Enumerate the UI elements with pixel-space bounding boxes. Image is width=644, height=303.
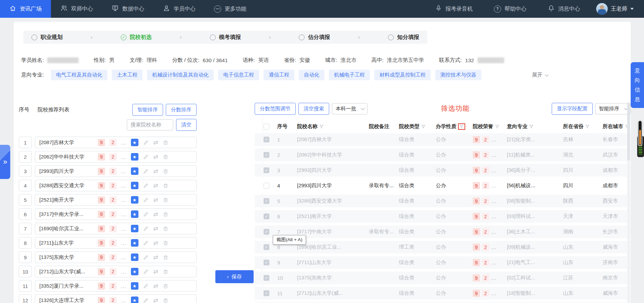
row-checkbox[interactable] <box>264 183 269 189</box>
star-button[interactable]: ★ <box>131 239 138 247</box>
intent-info-side-tab[interactable]: 意向信息 <box>631 62 644 108</box>
filter-icon[interactable] <box>585 124 590 129</box>
swap-icon[interactable]: ⇄ <box>153 168 158 175</box>
expand-link[interactable]: 展开 <box>532 71 548 79</box>
school-list-item[interactable]: [3288]西安交通大学 9 2 ... ★ ⇄ <box>35 180 197 191</box>
star-button[interactable]: ★ <box>131 253 138 261</box>
delete-icon[interactable] <box>163 240 169 246</box>
star-button[interactable]: ★ <box>131 196 138 204</box>
filter-icon[interactable] <box>495 124 499 129</box>
filter-icon[interactable] <box>421 124 426 129</box>
user-menu[interactable]: 王老师 <box>592 3 638 15</box>
more-ellipsis[interactable]: ... <box>121 226 126 232</box>
star-button[interactable]: ★ <box>131 167 138 175</box>
table-row[interactable]: 5 [3288]西安交通大学 综合类 公办 92... [08]智能制... 陕… <box>255 195 631 207</box>
table-row[interactable]: 6 [2521]南开大学 综合类 公办 92... [03]理科试... 天津 … <box>255 210 631 223</box>
score-sort-button[interactable]: 分数排序 <box>166 104 197 116</box>
star-button[interactable]: ★ <box>131 282 138 290</box>
table-row[interactable]: 1 [2087]吉林大学 综合类 公办 92... [21]化学类... 吉林 … <box>255 133 631 146</box>
clear-search-button[interactable]: 清空搜索 <box>298 103 329 115</box>
more-ellipsis[interactable]: ... <box>121 211 126 217</box>
save-button[interactable]: ‹ 保存 <box>215 270 254 283</box>
delete-icon[interactable] <box>163 182 169 189</box>
swap-icon[interactable]: ⇄ <box>153 196 158 204</box>
more-ellipsis[interactable]: ... <box>121 283 126 289</box>
delete-icon[interactable] <box>163 211 169 217</box>
more-ellipsis[interactable]: ... <box>491 137 497 142</box>
edit-icon[interactable] <box>143 182 149 189</box>
more-ellipsis[interactable]: ... <box>121 269 126 275</box>
row-checkbox[interactable] <box>264 214 269 219</box>
more-ellipsis[interactable]: ... <box>491 214 497 219</box>
edit-icon[interactable] <box>143 297 149 303</box>
row-checkbox[interactable] <box>264 229 269 235</box>
table-scrollbar[interactable] <box>627 102 630 303</box>
table-row[interactable]: 4 [2993]四川大学 录取有专... 综合类 公办 92... [56]机械… <box>255 179 631 192</box>
stepper-step[interactable]: 知分填报 <box>388 34 419 41</box>
edit-icon[interactable] <box>143 268 149 275</box>
more-ellipsis[interactable]: ... <box>491 260 497 265</box>
school-list-item[interactable]: [1375]东南大学 9 2 ... ★ ⇄ <box>35 251 197 263</box>
row-checkbox[interactable] <box>264 244 269 250</box>
row-checkbox[interactable] <box>264 167 269 173</box>
table-row[interactable]: 10 [1375]东南大学 综合类 公办 92... [02]工科试... 江苏… <box>255 272 631 284</box>
school-search-select[interactable]: 搜索院校名称 <box>127 119 173 130</box>
expand-panel-button[interactable]: » <box>0 145 10 179</box>
swap-icon[interactable]: ⇄ <box>153 283 158 290</box>
school-list-item[interactable]: [3717]中南大学录... 9 2 ... ★ ⇄ <box>35 208 197 220</box>
filter-icon[interactable] <box>319 124 324 129</box>
row-checkbox[interactable] <box>264 290 269 296</box>
star-button[interactable]: ★ <box>131 182 138 189</box>
row-checkbox[interactable] <box>264 275 269 281</box>
more-ellipsis[interactable]: ... <box>491 244 497 250</box>
field-config-button[interactable]: 显示字段配置 <box>552 103 593 115</box>
nav-item-more-features[interactable]: ⋯ 更多功能 <box>205 0 256 18</box>
row-checkbox[interactable] <box>264 198 269 204</box>
swap-icon[interactable]: ⇄ <box>153 225 158 232</box>
delete-icon[interactable] <box>163 254 169 260</box>
nav-item-message-center[interactable]: 消息中心 <box>538 4 589 13</box>
filter-icon[interactable] <box>529 124 534 129</box>
nav-item-student-center[interactable]: 学员中心 <box>153 0 205 18</box>
delete-icon[interactable] <box>163 268 169 275</box>
delete-icon[interactable] <box>163 139 169 146</box>
more-ellipsis[interactable]: ... <box>121 183 126 189</box>
more-ellipsis[interactable]: ... <box>121 154 126 160</box>
stepper-step[interactable]: 院校初选 <box>121 34 152 41</box>
nav-item-data-center[interactable]: 数据中心 <box>102 0 153 18</box>
row-checkbox[interactable] <box>264 260 269 265</box>
stepper-step[interactable]: 估分填报 <box>299 34 330 41</box>
more-ellipsis[interactable]: ... <box>121 254 126 260</box>
school-list-item[interactable]: [3352]厦门大学录... 9 2 ... ★ ⇄ <box>35 280 197 292</box>
edit-icon[interactable] <box>143 197 149 203</box>
more-ellipsis[interactable]: ... <box>121 168 126 174</box>
school-list-item[interactable]: [2521]南开大学 9 2 ... ★ ⇄ <box>35 194 197 206</box>
more-ellipsis[interactable]: ... <box>121 197 126 203</box>
sort-select[interactable]: 智能排序 <box>595 103 631 114</box>
swap-icon[interactable]: ⇄ <box>153 268 158 275</box>
edit-icon[interactable] <box>143 254 149 260</box>
school-list-item[interactable]: [2993]四川大学 9 2 ... ★ ⇄ <box>35 165 197 177</box>
edit-icon[interactable] <box>143 139 149 146</box>
school-list-item[interactable]: [2062]华中科技大学 9 2 ... ★ ⇄ <box>35 151 197 163</box>
swap-icon[interactable]: ⇄ <box>153 153 158 161</box>
nature-filter-icon-highlighted[interactable] <box>458 123 465 130</box>
table-row[interactable]: 8 [1690]哈尔滨工业... 理工类 公办 92... [09]机械设...… <box>255 241 631 253</box>
select-all-checkbox[interactable] <box>264 124 269 129</box>
school-list-item[interactable]: [1326]大连理工大学 9 2 ... ★ ⇄ <box>35 294 197 303</box>
edit-icon[interactable] <box>143 240 149 246</box>
more-ellipsis[interactable]: ... <box>491 275 497 281</box>
edit-icon[interactable] <box>143 168 149 174</box>
stepper-step[interactable]: 模考填报 <box>210 34 241 41</box>
delete-icon[interactable] <box>163 283 169 289</box>
swap-icon[interactable]: ⇄ <box>153 182 158 189</box>
table-row[interactable]: 3 [2993]四川大学 综合类 公办 92... [36]高分子... 四川 … <box>255 164 631 177</box>
delete-icon[interactable] <box>163 225 169 232</box>
star-button[interactable]: ★ <box>131 210 138 218</box>
table-row[interactable]: 2 [2062]华中科技大学 综合类 公办 92... [11]机械类... 湖… <box>255 149 631 161</box>
school-list-item[interactable]: [2087]吉林大学 9 2 ... ★ ⇄ <box>35 137 197 148</box>
more-ellipsis[interactable]: ... <box>491 183 497 189</box>
school-list-item[interactable]: [2712]山东大学(威... 9 2 ... ★ ⇄ <box>35 266 197 277</box>
star-button[interactable]: ★ <box>131 225 138 232</box>
star-button[interactable]: ★ <box>131 297 138 303</box>
